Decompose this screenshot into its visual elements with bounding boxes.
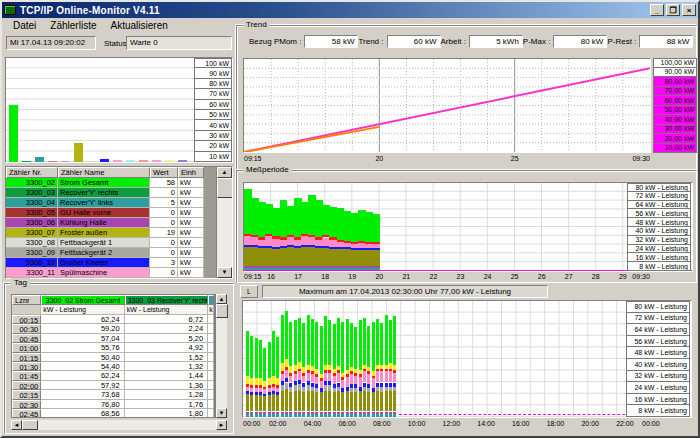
meter-nr: 3300_08 — [6, 238, 58, 248]
x-tick: 20 — [375, 155, 383, 162]
stack-segment-olive — [333, 392, 336, 411]
meter-bar-plot — [6, 58, 194, 162]
stack-segment-pink — [389, 371, 392, 382]
tag-row[interactable]: 00:4557,045,20 — [12, 334, 214, 343]
meter-value: 0 — [150, 248, 178, 258]
stack-segment-violet — [341, 412, 344, 415]
stack-segment-yellow — [372, 371, 375, 375]
stack-segment-violet — [259, 412, 262, 415]
stack-segment-pink — [328, 373, 331, 381]
scroll-up-icon[interactable]: ▲ — [217, 167, 232, 178]
stack-segment-olive — [294, 391, 297, 412]
meter-nr: 3300_03 — [6, 188, 58, 198]
tag-row[interactable]: 01:4562,241,44 — [12, 371, 214, 380]
x-tick: 21 — [402, 273, 410, 280]
scrollbar-thumb[interactable] — [22, 420, 38, 430]
scroll-left-icon[interactable]: ◄ — [11, 420, 22, 430]
meter-table-scrollbar[interactable]: ▲ ▼ — [216, 167, 232, 278]
legend-button[interactable]: L — [240, 285, 258, 298]
stack-segment-pink — [354, 376, 357, 384]
ylabel-cell: 56 kW - Leistung — [626, 336, 690, 348]
meter-row[interactable]: 3300_05GU Halle vorne0kW — [6, 208, 216, 218]
meter-row[interactable]: 3300_07Froster außen19kW — [6, 228, 216, 238]
meter-row[interactable]: 3300_11Spülmaschine0kW — [6, 268, 216, 278]
trend-field-value[interactable]: 80 kW — [553, 35, 607, 48]
tag-row[interactable]: 00:3059,202,24 — [12, 324, 214, 333]
meter-row[interactable]: 3300_06Kühlung Halle0kW — [6, 218, 216, 228]
stack-segment-teal — [389, 414, 392, 417]
tag-row[interactable]: 01:0055,764,92 — [12, 343, 214, 352]
window-title: TCP/IP Online-Monitor V4.11 — [20, 5, 650, 16]
tag-value-sliver — [208, 371, 214, 380]
day-plot — [243, 301, 691, 417]
stack-segment-gray — [333, 388, 336, 392]
meter-row[interactable]: 3300_09Fettbackgerät 20kW — [6, 248, 216, 258]
menu-item-datei[interactable]: Datei — [6, 19, 43, 32]
stack-segment-gray — [289, 387, 292, 393]
stack-segment-pink — [315, 377, 318, 384]
tag-table-vscrollbar[interactable]: ▲ ▼ — [215, 294, 227, 418]
app-icon[interactable] — [4, 5, 16, 15]
stack-segment-violet — [315, 412, 318, 415]
tag-row[interactable]: 02:3076,801,76 — [12, 400, 214, 409]
ylabel-cell: 100 kW — [194, 58, 232, 68]
trend-field-value[interactable]: 58 kW — [304, 35, 358, 48]
tag-row[interactable]: 00:1562,246,72 — [12, 315, 214, 324]
stack-segment-gray — [385, 387, 388, 391]
tag-column-header[interactable]: 3300_02 Strom Gesamt — [41, 295, 124, 305]
stack-segment-pink — [341, 380, 344, 388]
day-area: L Maximum am 17.04.2013 02:30:00 Uhr 77,… — [236, 284, 697, 434]
meter-bar — [61, 161, 70, 162]
stack-segment-blue — [376, 383, 379, 387]
stack-segment-red — [333, 373, 336, 376]
trend-group-label: Trend — [243, 20, 270, 30]
tag-column-header[interactable]: 3300_03 Recover'Y' rechts — [125, 295, 208, 305]
trend-field-value[interactable]: 60 kW — [387, 35, 441, 48]
x-tick: 19 — [348, 273, 356, 280]
stack-segment-teal — [385, 414, 388, 417]
scroll-up-icon[interactable]: ▲ — [216, 294, 227, 304]
tag-row[interactable]: 02:0057,921,36 — [12, 381, 214, 390]
stack-segment-pink — [272, 387, 275, 391]
meter-row[interactable]: 3300_04Recover'Y' links5kW — [6, 198, 216, 208]
stack-segment-teal — [346, 414, 349, 417]
scroll-down-icon[interactable]: ▼ — [217, 267, 232, 278]
trend-field-value[interactable]: 5 kWh — [469, 35, 523, 48]
tag-table: Lznr3300_02 Strom Gesamt3300_03 Recover'… — [11, 294, 215, 418]
meter-row[interactable]: 3300_02Strom Gesamt58kW — [6, 178, 216, 188]
meter-name: Recover'Y' links — [58, 198, 150, 208]
scroll-down-icon[interactable]: ▼ — [216, 408, 227, 418]
meter-bar — [126, 160, 135, 162]
stack-segment-pink — [285, 370, 288, 378]
tag-row[interactable]: 01:3054,401,32 — [12, 362, 214, 371]
stack-segment-olive — [259, 395, 262, 412]
menu-item-aktualisieren[interactable]: Aktualisieren — [104, 19, 175, 32]
tag-value: 50,40 — [41, 353, 124, 362]
close-button[interactable]: × — [682, 4, 696, 16]
tag-row[interactable]: 02:1573,681,28 — [12, 390, 214, 399]
meter-unit: kW — [178, 228, 204, 238]
menu-item-zählerliste[interactable]: Zählerliste — [43, 19, 103, 32]
maximize-button[interactable]: ❐ — [666, 4, 680, 16]
meter-name: Recover'Y' rechts — [58, 188, 150, 198]
meter-row[interactable]: 3300_03Recover'Y' rechts0kW — [6, 188, 216, 198]
meter-row[interactable]: 3300_10Großer Kneter3kW — [6, 258, 216, 268]
stack-segment-olive — [385, 391, 388, 412]
tag-row[interactable]: 01:1550,401,52 — [12, 353, 214, 362]
stack-segment-red — [307, 370, 310, 373]
tag-row[interactable]: 02:4568,561,80 — [12, 409, 214, 418]
stack-segment-yellow — [367, 367, 370, 371]
scroll-right-icon[interactable]: ► — [216, 420, 227, 430]
stack-segment-violet — [268, 412, 271, 415]
meter-value: 0 — [150, 188, 178, 198]
scrollbar-thumb[interactable] — [216, 304, 228, 318]
meter-row[interactable]: 3300_08Fettbackgerät 10kW — [6, 238, 216, 248]
x-tick: 10:00 — [408, 420, 426, 427]
ylabel-cell: 40 kW — [194, 120, 232, 130]
stack-segment-teal — [246, 414, 249, 417]
minimize-button[interactable]: _ — [650, 4, 664, 16]
tag-table-hscrollbar[interactable]: ◄ ► — [11, 420, 227, 430]
stack-segment-yellow — [324, 365, 327, 371]
scrollbar-thumb[interactable] — [217, 178, 233, 198]
trend-field-value[interactable]: 88 kW — [639, 35, 693, 48]
